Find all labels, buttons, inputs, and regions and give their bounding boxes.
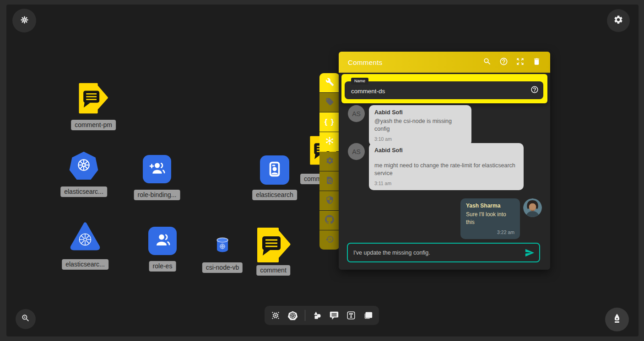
search-icon[interactable] [483,57,492,68]
avatar: AS [348,105,365,122]
history-tool-button[interactable] [319,230,340,250]
github-icon [325,215,334,226]
node-label[interactable]: csi-node-vb [202,262,243,273]
node-label[interactable]: comment [256,265,290,276]
help-icon[interactable] [499,57,508,68]
chat-message: Yash Sharma Sure I'll look into this 3:2… [460,198,542,239]
node-label[interactable]: comment-pm [71,120,116,130]
history-icon [325,235,334,245]
expand-icon[interactable] [516,57,525,68]
message-text: @yash the csi-node is missing config [374,117,466,133]
chat-input[interactable] [348,244,539,261]
node-label[interactable]: role-binding... [134,190,180,200]
message-time: 3:10 am [374,136,466,142]
shield-icon [325,196,334,206]
kubernetes-tool-icon[interactable] [287,310,298,321]
braces-icon: { } [325,117,335,127]
comments-panel: Comments Name AS Aabid Sofi @yash the cs… [339,52,550,270]
pen-tool-button[interactable] [605,308,629,331]
message-author: Yash Sharma [466,202,514,209]
canvas-tools-toolbar [265,306,379,325]
service-account-badge-icon [265,160,284,181]
gear-icon [325,156,334,167]
text-tool-icon[interactable] [346,310,356,320]
node-comment[interactable] [256,227,291,265]
node-label[interactable]: elasticsearc... [60,186,107,197]
node-role-es[interactable] [148,227,177,255]
hub-icon [325,136,335,148]
message-time: 3:22 am [466,229,514,235]
zoom-in-button[interactable] [16,309,36,329]
settings-button[interactable] [607,9,630,32]
tag-icon [325,97,334,108]
wrench-icon [325,78,334,88]
node-role-binding[interactable] [143,155,171,183]
name-field-highlight: Name [341,74,547,103]
wrench-tool-button[interactable] [319,73,340,92]
node-label[interactable]: elasticsearc... [62,259,108,270]
gear-tool-button[interactable] [319,152,340,171]
chat-message: AS Aabid Sofi me might need to change th… [348,143,524,190]
shapes-tool-icon[interactable] [312,310,322,320]
pen-nib-icon [612,313,622,326]
node-comment-pm[interactable] [77,82,110,116]
node-action-toolbar: { } [319,73,340,250]
send-icon[interactable] [525,248,535,260]
name-field-label: Name [351,78,368,85]
braces-tool-button[interactable]: { } [319,112,340,132]
message-text: Sure I'll look into this [466,211,514,226]
message-time: 3:11 am [374,181,518,186]
zoom-in-icon [21,314,30,325]
node-elasticsearch-triangle[interactable] [69,220,101,254]
message-text: me might need to change the rate-limit f… [374,162,518,177]
node-elasticsearch-serviceaccount[interactable] [260,155,289,185]
name-input[interactable] [345,81,543,99]
chat-input-container [347,243,540,262]
comment-tool-icon[interactable] [329,310,339,320]
delete-icon[interactable] [532,57,541,68]
help-icon[interactable] [530,85,539,96]
file-search-tool-button[interactable] [319,171,340,191]
kubernetes-icon [75,156,92,176]
app-logo-button[interactable] [12,9,36,32]
shield-tool-button[interactable] [319,191,340,210]
github-tool-button[interactable] [319,211,340,230]
tag-tool-button[interactable] [319,93,340,112]
role-icon [153,231,172,251]
toolbar-divider [305,310,305,321]
yash-avatar-photo [523,198,542,217]
chat-message: AS Aabid Sofi @yash the csi-node is miss… [348,105,471,146]
avatar: AS [348,143,365,160]
gear-icon [613,15,623,27]
panel-title: Comments [348,59,483,66]
kubernetes-triangle-icon [69,246,101,254]
message-author: Aabid Sofi [374,147,518,154]
comments-panel-header[interactable]: Comments [339,52,550,73]
node-csi-node-vb[interactable] [216,237,229,255]
comment-node-icon [77,108,110,116]
file-search-icon [325,176,334,186]
page-tool-icon[interactable] [363,310,373,320]
graph-tool-icon[interactable] [271,310,281,320]
storage-cylinder-icon [216,246,229,254]
flower-icon [20,15,29,27]
node-label[interactable]: elasticsearch [252,190,297,200]
hub-tool-button[interactable] [319,132,340,151]
role-binding-icon [148,159,166,179]
node-label[interactable]: role-es [149,261,176,272]
message-author: Aabid Sofi [374,109,466,116]
comment-node-icon [256,257,291,265]
